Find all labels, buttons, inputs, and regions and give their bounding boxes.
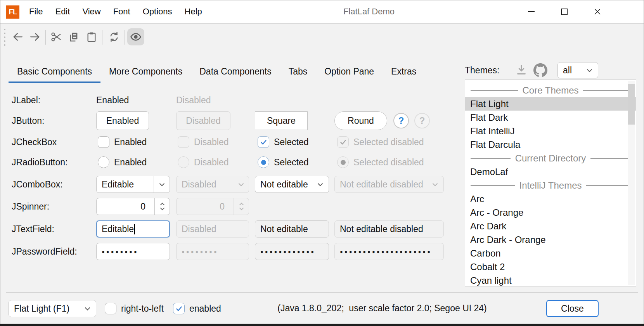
enabled-checkbox[interactable] bbox=[173, 303, 185, 314]
main-tab-bar: Basic Components More Components Data Co… bbox=[9, 60, 425, 83]
menu-bar: File Edit View Font Options Help bbox=[23, 0, 208, 23]
toolbar-grip[interactable] bbox=[4, 29, 5, 46]
chevron-up-icon bbox=[160, 203, 165, 206]
combobox-arrow-button[interactable] bbox=[154, 176, 170, 192]
close-button[interactable]: Close bbox=[546, 300, 599, 317]
show-hidden-toggle-button[interactable] bbox=[127, 28, 144, 45]
menu-file[interactable]: File bbox=[23, 7, 49, 17]
refresh-button[interactable] bbox=[106, 28, 123, 45]
theme-item-arc-dark[interactable]: Arc Dark bbox=[465, 219, 636, 233]
theme-item-demolaf[interactable]: DemoLaf bbox=[465, 165, 636, 179]
spinner-buttons[interactable] bbox=[154, 198, 170, 215]
arrow-right-icon bbox=[29, 31, 41, 43]
minimize-button[interactable] bbox=[515, 0, 548, 23]
laf-selector-value: Flat Light (F1) bbox=[14, 303, 69, 314]
window-bottom-edge bbox=[0, 324, 644, 326]
forward-button[interactable] bbox=[26, 28, 43, 45]
combobox-editable[interactable]: Editable bbox=[96, 176, 170, 193]
download-icon bbox=[515, 64, 528, 76]
textfield-not-editable[interactable]: Not editable bbox=[255, 220, 329, 238]
radio-disabled bbox=[178, 156, 189, 168]
chevron-down-icon bbox=[587, 69, 592, 72]
passwordfield-not-editable[interactable]: ●●●●●●●●●●●● bbox=[255, 243, 329, 260]
jspinner-row-label: JSpinner: bbox=[12, 201, 49, 212]
password-dots: ●●●●●●●● bbox=[102, 249, 138, 255]
close-window-button[interactable] bbox=[581, 0, 614, 23]
radio-selected-label: Selected bbox=[274, 157, 309, 168]
enabled-button[interactable]: Enabled bbox=[96, 111, 149, 130]
tab-more-components[interactable]: More Components bbox=[100, 60, 191, 83]
back-button[interactable] bbox=[9, 28, 26, 45]
themes-filter-value: all bbox=[563, 65, 572, 76]
theme-item-flat-light[interactable]: Flat Light bbox=[465, 97, 636, 111]
toolbar-separator bbox=[45, 30, 46, 45]
theme-item-arc[interactable]: Arc bbox=[465, 192, 636, 206]
password-dots: ●●●●●●●● bbox=[182, 249, 218, 255]
download-themes-button[interactable] bbox=[513, 63, 530, 78]
theme-item-flat-intellij[interactable]: Flat IntelliJ bbox=[465, 124, 636, 138]
tab-option-pane[interactable]: Option Pane bbox=[316, 60, 383, 83]
checkbox-enabled-label: Enabled bbox=[114, 137, 147, 147]
theme-item-flat-darcula[interactable]: Flat Darcula bbox=[465, 138, 636, 151]
combobox-not-editable[interactable]: Not editable bbox=[255, 176, 329, 193]
checkbox-disabled bbox=[178, 136, 189, 148]
theme-item-arc-dark-orange[interactable]: Arc Dark - Orange bbox=[465, 233, 636, 246]
copy-button[interactable] bbox=[65, 28, 82, 45]
tab-tabs[interactable]: Tabs bbox=[280, 60, 316, 83]
paste-button[interactable] bbox=[83, 28, 100, 45]
tab-basic-components[interactable]: Basic Components bbox=[9, 60, 100, 83]
help-button-disabled: ? bbox=[414, 113, 430, 128]
theme-item-arc-orange[interactable]: Arc - Orange bbox=[465, 206, 636, 219]
bottom-separator bbox=[6, 292, 638, 293]
theme-item-flat-dark[interactable]: Flat Dark bbox=[465, 111, 636, 124]
github-link-button[interactable] bbox=[532, 63, 549, 78]
jtextfield-row-label: JTextField: bbox=[12, 224, 54, 234]
flatlaf-demo-window: FL File Edit View Font Options Help Flat… bbox=[0, 0, 644, 326]
chevron-down-icon bbox=[159, 183, 165, 186]
tab-data-components[interactable]: Data Components bbox=[191, 60, 280, 83]
jradiobutton-row-label: JRadioButton: bbox=[12, 157, 68, 168]
theme-group-separator: Current Directory bbox=[465, 151, 636, 165]
app-logo: FL bbox=[6, 5, 19, 19]
textfield-editable[interactable]: Editable bbox=[96, 220, 170, 238]
checkbox-selected-disabled bbox=[337, 136, 349, 148]
menu-options[interactable]: Options bbox=[137, 7, 178, 17]
menu-edit[interactable]: Edit bbox=[49, 7, 76, 17]
radio-enabled[interactable] bbox=[98, 156, 109, 168]
title-bar: FL File Edit View Font Options Help Flat… bbox=[0, 0, 644, 24]
scissors-icon bbox=[50, 31, 62, 43]
radio-dot bbox=[261, 160, 266, 165]
scrollbar-thumb[interactable] bbox=[628, 84, 635, 125]
help-button[interactable]: ? bbox=[393, 113, 409, 128]
laf-selector-combobox[interactable]: Flat Light (F1) bbox=[9, 300, 96, 317]
toolbar-separator bbox=[125, 30, 125, 45]
checkbox-disabled-label: Disabled bbox=[194, 137, 229, 147]
menu-view[interactable]: View bbox=[76, 7, 107, 17]
checkbox-selected[interactable] bbox=[258, 136, 269, 148]
square-button[interactable]: Square bbox=[255, 111, 308, 130]
combobox-arrow-button bbox=[233, 176, 249, 192]
theme-item-carbon[interactable]: Carbon bbox=[465, 246, 636, 260]
combobox-not-editable-disabled: Not editable disabled bbox=[334, 176, 444, 193]
passwordfield-editable[interactable]: ●●●●●●●● bbox=[96, 243, 170, 260]
spinner-buttons bbox=[234, 198, 249, 215]
checkbox-selected-label: Selected bbox=[274, 137, 309, 147]
text-caret bbox=[134, 224, 135, 234]
round-button[interactable]: Round bbox=[334, 111, 387, 130]
right-to-left-checkbox[interactable] bbox=[105, 303, 116, 314]
checkbox-enabled[interactable] bbox=[98, 136, 109, 148]
menu-font[interactable]: Font bbox=[107, 7, 137, 17]
maximize-button[interactable] bbox=[548, 0, 581, 23]
eye-icon bbox=[130, 31, 142, 43]
minimize-icon bbox=[528, 11, 535, 12]
toolbar-separator bbox=[102, 30, 102, 45]
themes-filter-combobox[interactable]: all bbox=[557, 62, 598, 78]
theme-item-cobalt-2[interactable]: Cobalt 2 bbox=[465, 260, 636, 274]
textfield-editable-value: Editable bbox=[102, 224, 134, 234]
tab-extras[interactable]: Extras bbox=[383, 60, 425, 83]
theme-item-cyan-light[interactable]: Cyan light bbox=[465, 274, 636, 286]
radio-selected[interactable] bbox=[258, 156, 269, 168]
menu-help[interactable]: Help bbox=[178, 7, 208, 17]
cut-button[interactable] bbox=[48, 28, 65, 45]
spinner-enabled[interactable]: 0 bbox=[96, 198, 170, 215]
